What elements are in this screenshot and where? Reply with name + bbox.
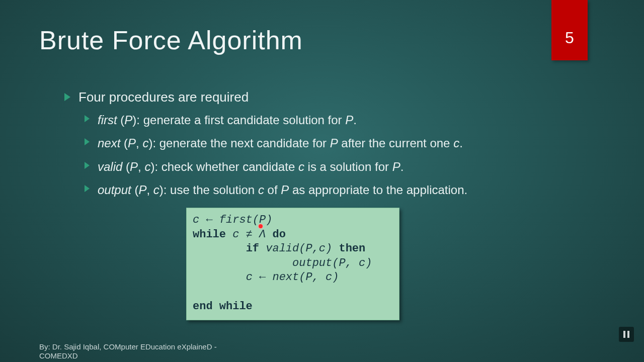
code-l2-mid: c ≠ Λ — [226, 228, 272, 241]
code-l1-var: c ← — [193, 214, 219, 226]
bullet-proc-next: next (P, c): generate the next candidate… — [85, 135, 604, 151]
triangle-bullet-icon — [64, 93, 70, 101]
bullet-proc-valid: valid (P, c): check whether candidate c … — [85, 159, 604, 175]
code-l3-sp2 — [332, 242, 339, 255]
code-l3-kw: if — [246, 242, 259, 255]
slide-number: 5 — [565, 29, 574, 47]
code-l4-fn: output — [292, 257, 332, 269]
proc-tail2-plain: as appropriate to the application. — [289, 183, 467, 197]
bullet-text: next (P, c): generate the next candidate… — [98, 135, 463, 151]
bullet-proc-first: first (P): generate a first candidate so… — [85, 112, 604, 128]
triangle-bullet-icon — [85, 162, 90, 169]
proc-tail-italic: c — [298, 160, 304, 173]
bullet-text: valid (P, c): check whether candidate c … — [98, 159, 404, 175]
triangle-bullet-icon — [85, 138, 90, 145]
bullet-text: output (P, c): use the solution c of P a… — [98, 182, 467, 198]
code-l3-pad — [193, 242, 246, 255]
bullet-proc-output: output (P, c): use the solution c of P a… — [85, 182, 604, 198]
pause-bar — [623, 331, 625, 338]
proc-desc: : generate a first candidate solution fo… — [136, 113, 345, 127]
proc-tail-plain: is a solution for — [304, 160, 392, 173]
proc-tail-plain: . — [353, 113, 357, 127]
code-l5-fn: next — [272, 271, 299, 284]
bullet-lead-text: Four procedures are required — [78, 89, 249, 105]
slide-title: Brute Force Algorithm — [39, 25, 303, 55]
code-l3-sp — [259, 242, 266, 255]
code-l3-fn: valid — [266, 242, 299, 255]
proc-args: (P, c) — [122, 160, 154, 173]
proc-tail-plain: after the current one — [338, 136, 453, 150]
bullet-text: first (P): generate a first candidate so… — [98, 112, 357, 128]
proc-desc: : use the solution — [164, 183, 258, 197]
proc-tail-italic: P — [345, 113, 353, 127]
code-l1-fn: first — [219, 214, 253, 226]
code-l5-pad — [193, 271, 246, 284]
proc-tail2-italic: c — [453, 136, 459, 150]
footer-line2: COMEDXD — [39, 351, 217, 361]
bullet-lead: Four procedures are required — [64, 89, 604, 105]
proc-tail-italic: P — [330, 136, 338, 150]
proc-tail2-plain: . — [459, 136, 463, 150]
proc-name: output — [98, 183, 131, 197]
code-l3-kw2: then — [339, 242, 365, 255]
proc-tail-plain: of — [264, 183, 281, 197]
proc-tail-italic: c — [258, 183, 264, 197]
proc-desc: : generate the next candidate for — [152, 136, 330, 150]
code-l5-var: c ← — [246, 271, 273, 284]
code-l4-pad — [193, 257, 292, 269]
proc-name: valid — [98, 160, 122, 173]
proc-tail2-italic: P — [281, 183, 289, 197]
code-l4-arg: (P, c) — [332, 257, 372, 269]
code-l3-arg: (P,c) — [299, 242, 332, 255]
triangle-bullet-icon — [85, 185, 90, 192]
footer-line1: By: Dr. Sajid Iqbal, COMputer EDucation … — [39, 342, 217, 352]
code-l2-kw2: do — [272, 228, 285, 241]
proc-args: (P, c) — [120, 136, 152, 150]
proc-args: (P) — [117, 113, 137, 127]
pause-icon[interactable] — [619, 327, 634, 342]
pause-bar — [627, 331, 629, 338]
slide-content: Four procedures are required first (P): … — [64, 89, 604, 206]
pseudocode-box: c ← first(P) while c ≠ Λ do if valid(P,c… — [186, 208, 399, 320]
triangle-bullet-icon — [85, 115, 90, 122]
proc-name: first — [98, 113, 117, 127]
proc-args: (P, c) — [131, 183, 164, 197]
proc-tail2-plain: . — [400, 160, 404, 173]
laser-pointer-icon — [258, 224, 263, 229]
code-l6-kw: end while — [193, 300, 253, 313]
code-l5-arg: (P, c) — [299, 271, 339, 284]
proc-name: next — [98, 136, 120, 150]
code-l2-kw1: while — [193, 228, 226, 241]
slide-number-ribbon: 5 — [551, 0, 588, 60]
slide: 5 Brute Force Algorithm Four procedures … — [0, 0, 644, 362]
proc-desc: : check whether candidate — [154, 160, 298, 173]
proc-tail2-italic: P — [392, 160, 400, 173]
footer-attribution: By: Dr. Sajid Iqbal, COMputer EDucation … — [39, 342, 217, 361]
